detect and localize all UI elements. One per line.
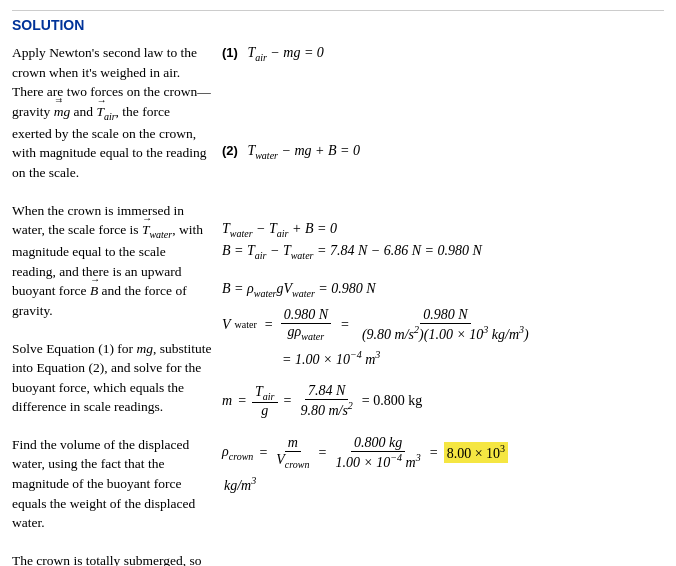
main-content: Apply Newton's second law to the crown w… [12,43,664,566]
section-5-right: m = Tair g = 7.84 N 9.80 m/s2 = 0.800 kg [222,383,664,419]
section-3-left: Solve Equation (1) for mg, substitute in… [12,339,212,417]
left-column: Apply Newton's second law to the crown w… [12,43,222,566]
section-4-left: Find the volume of the displaced water, … [12,435,212,533]
right-column: (1) Tair − mg = 0 (2) Twater − mg + B = … [222,43,664,566]
section-4-right: B = ρwatergVwater = 0.980 N Vwater = 0.9… [222,281,664,367]
highlighted-answer: 8.00 × 103 [444,442,508,463]
section-5-left: The crown is totally submerged, so Vcrow… [12,551,212,566]
solution-header: SOLUTION [12,10,664,33]
section-1-right: (1) Tair − mg = 0 [222,43,664,63]
section-2-right: (2) Twater − mg + B = 0 [222,143,664,161]
section-3-right: Twater − Tair + B = 0 B = Tair − Twater … [222,221,664,262]
section-1-left: Apply Newton's second law to the crown w… [12,43,212,183]
section-2-left: When the crown is immersed in water, the… [12,201,212,321]
section-6-right: ρcrown = m Vcrown = 0.800 kg 1.00 × 10−4… [222,435,664,493]
